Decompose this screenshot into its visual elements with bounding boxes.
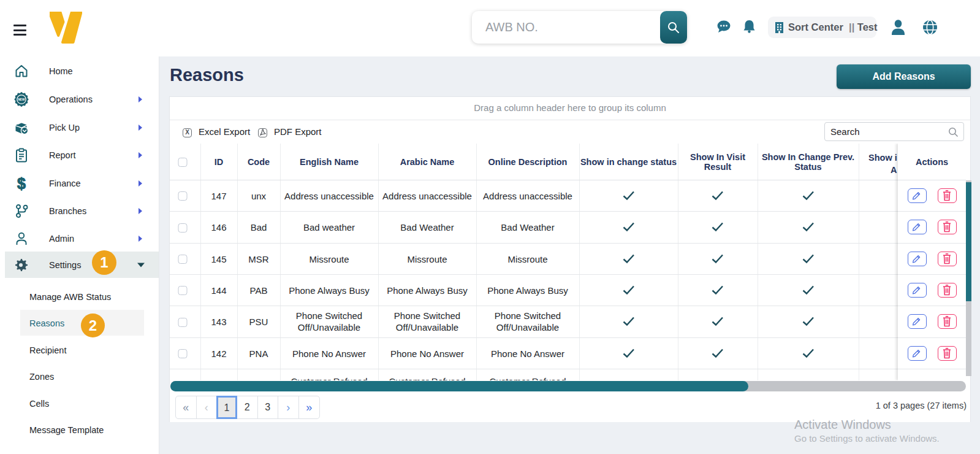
svg-text:NEW: NEW — [18, 98, 25, 101]
